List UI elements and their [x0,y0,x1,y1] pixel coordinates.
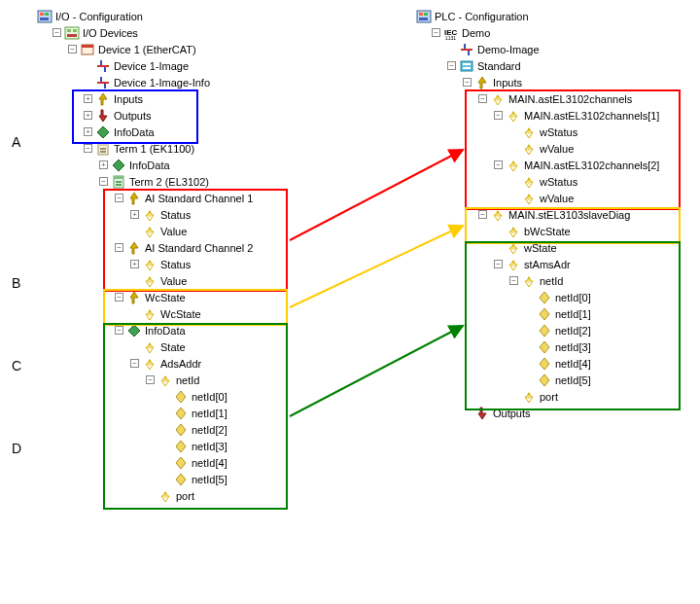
tree-term1-infodata[interactable]: +InfoData [37,157,387,173]
tree-io-devices[interactable]: −I/O Devices [37,24,387,41]
var-in-icon [142,356,158,372]
expander-icon[interactable]: − [115,326,123,335]
expander-icon[interactable]: − [494,111,503,120]
tree-wcstate[interactable]: WcState [37,305,387,322]
expander-icon[interactable]: − [447,61,456,70]
tree-label: wStatus [540,126,578,138]
tree-demo[interactable]: −Demo [416,24,688,41]
expander-icon[interactable]: + [84,94,92,103]
tree-demo-image[interactable]: Demo-Image [416,41,688,57]
tree-wstate[interactable]: wState [416,239,688,256]
tree-dev1-image[interactable]: Device 1-Image [37,57,387,74]
tree-ai-ch2[interactable]: −AI Standard Channel 2 [37,239,387,256]
tree-r-netid[interactable]: −netId [416,272,688,289]
tree-r-netid4[interactable]: netId[4] [416,355,688,372]
tree-label: netId[4] [555,358,591,370]
var-in-icon [521,141,537,157]
tree-r-netid0[interactable]: netId[0] [416,289,688,305]
tree-r-netid3[interactable]: netId[3] [416,338,688,355]
tree-netid[interactable]: −netId [37,372,387,388]
tree-r-port[interactable]: port [416,388,688,405]
tree-netid0[interactable]: netId[0] [37,388,387,405]
tree-infodata[interactable]: +InfoData [37,124,387,140]
expander-icon[interactable]: − [494,160,503,169]
var-in-icon [158,373,173,388]
tree-label: Outputs [114,110,152,122]
var-in-icon [506,108,521,124]
expander-icon[interactable]: − [99,177,108,186]
tree-device1[interactable]: −Device 1 (EtherCAT) [37,41,387,57]
tree-inputs[interactable]: +Inputs [37,90,387,107]
expander-icon[interactable]: − [130,359,139,368]
var-icon [537,306,552,322]
tree-r-netid1[interactable]: netId[1] [416,305,688,322]
tree-ch2[interactable]: −MAIN.astEL3102channels[2] [416,157,688,173]
expander-icon[interactable]: + [84,111,92,120]
tree-term1[interactable]: −Term 1 (EK1100) [37,140,387,157]
tree-port[interactable]: port [37,487,387,504]
expander-icon[interactable]: − [115,194,123,202]
expander-icon[interactable]: − [115,243,123,252]
tree-infodata2[interactable]: −InfoData [37,322,387,338]
tree-bwcstate[interactable]: bWcState [416,223,688,239]
var-in-icon [490,91,506,107]
expander-icon[interactable]: − [478,210,487,219]
plc-config-icon [416,9,432,24]
expander-icon[interactable]: − [68,45,77,53]
tree-label: netId[1] [555,308,591,320]
tree-adsaddr[interactable]: −AdsAddr [37,355,387,372]
tree-netid2[interactable]: netId[2] [37,421,387,438]
var-in-icon [142,257,158,272]
tree-ch1-wvalue[interactable]: wValue [416,140,688,157]
tree-term2[interactable]: −Term 2 (EL3102) [37,173,387,190]
tree-label: wValue [540,143,574,155]
tree-netid3[interactable]: netId[3] [37,438,387,454]
tree-label: WcState [145,292,186,303]
tree-r-outputs[interactable]: Outputs [416,405,688,421]
tree-label: InfoData [145,325,186,337]
expander-icon[interactable]: + [99,160,108,169]
tree-ch1[interactable]: −MAIN.astEL3102channels[1] [416,107,688,124]
tree-root-io[interactable]: I/O - Configuration [37,8,387,24]
tree-ai-ch2-value[interactable]: Value [37,272,387,289]
tree-ch2-wvalue[interactable]: wValue [416,190,688,206]
tree-netid5[interactable]: netId[5] [37,471,387,487]
tree-ai-ch1[interactable]: −AI Standard Channel 1 [37,190,387,206]
tree-outputs[interactable]: +Outputs [37,107,387,124]
tree-main-channels[interactable]: −MAIN.astEL3102channels [416,90,688,107]
terminal-green-icon [111,174,126,190]
tree-ai-ch2-status[interactable]: +Status [37,256,387,272]
expander-icon[interactable]: + [130,210,139,219]
expander-icon[interactable]: + [130,260,139,268]
tree-ai-ch1-status[interactable]: +Status [37,206,387,223]
tree-root-plc[interactable]: PLC - Configuration [416,8,688,24]
tree-ch2-wstatus[interactable]: wStatus [416,173,688,190]
inputs-icon [126,290,142,305]
tree-label: MAIN.astEL3102channels [508,93,632,105]
expander-icon[interactable]: − [146,375,155,384]
expander-icon[interactable]: − [478,94,487,103]
tree-wcstate-group[interactable]: −WcState [37,289,387,305]
expander-icon[interactable]: − [84,144,92,153]
expander-icon[interactable]: − [432,28,440,37]
tree-r-inputs[interactable]: −Inputs [416,74,688,90]
expander-icon[interactable]: + [84,127,92,136]
tree-stamsadr[interactable]: −stAmsAdr [416,256,688,272]
tree-netid1[interactable]: netId[1] [37,405,387,421]
tree-standard[interactable]: −Standard [416,57,688,74]
tree-label: WcState [160,308,201,320]
tree-slavediag[interactable]: −MAIN.stEL3103slaveDiag [416,206,688,223]
tree-ai-ch1-value[interactable]: Value [37,223,387,239]
tree-state[interactable]: State [37,338,387,355]
tree-label: State [160,341,186,353]
expander-icon[interactable]: − [494,260,503,268]
expander-icon[interactable]: − [52,28,61,37]
expander-icon[interactable]: − [463,78,472,87]
tree-ch1-wstatus[interactable]: wStatus [416,124,688,140]
tree-dev1-image-info[interactable]: Device 1-Image-Info [37,74,387,90]
tree-r-netid2[interactable]: netId[2] [416,322,688,338]
tree-r-netid5[interactable]: netId[5] [416,372,688,388]
tree-netid4[interactable]: netId[4] [37,454,387,471]
expander-icon[interactable]: − [115,293,123,302]
expander-icon[interactable]: − [509,276,518,285]
